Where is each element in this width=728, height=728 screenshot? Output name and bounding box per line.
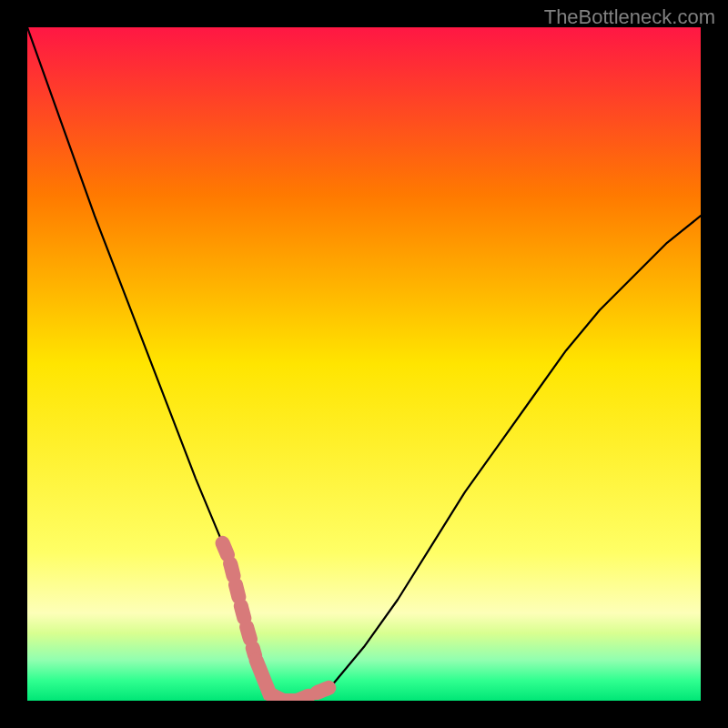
chart-background <box>27 27 701 701</box>
watermark-text: TheBottleneck.com <box>544 5 715 29</box>
chart-frame <box>27 27 701 701</box>
bottleneck-curve-chart <box>27 27 701 701</box>
